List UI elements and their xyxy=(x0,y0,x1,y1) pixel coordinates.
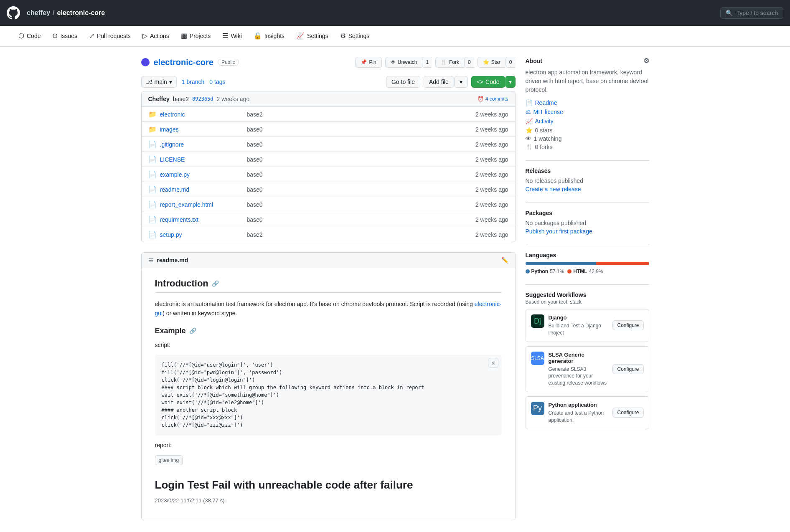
go-to-file-button[interactable]: Go to file xyxy=(386,76,420,88)
repo-owner-avatar xyxy=(141,58,150,66)
license-link[interactable]: ⚖ MIT license xyxy=(526,109,649,115)
commit-message: base2 xyxy=(173,96,189,102)
about-settings-gear-icon[interactable]: ⚙ xyxy=(643,57,649,65)
python-configure-button[interactable]: Configure xyxy=(612,408,643,418)
nav-settings[interactable]: ⚙ Settings xyxy=(335,26,375,46)
table-row: 📁 electronic base2 2 weeks ago xyxy=(142,107,515,122)
file-icon: 📄 xyxy=(148,231,157,238)
star-button[interactable]: ⭐ Star xyxy=(478,57,505,68)
commits-link[interactable]: ⏰ 4 commits xyxy=(478,96,508,102)
slsa-configure-button[interactable]: Configure xyxy=(612,364,643,374)
settings-nav-icon: ⚙ xyxy=(340,32,346,40)
star-count[interactable]: 0 xyxy=(505,57,516,68)
chevron-down-icon: ▾ xyxy=(169,79,172,85)
file-name-link[interactable]: readme.md xyxy=(160,186,244,193)
nav-actions[interactable]: ▷ Actions xyxy=(137,26,174,46)
repo-name[interactable]: electronic-core xyxy=(154,58,213,67)
pin-button[interactable]: 📌 Pin xyxy=(355,57,381,68)
github-logo-icon[interactable] xyxy=(7,6,20,20)
code-caret[interactable]: ▾ xyxy=(505,76,516,88)
file-commit-message: base0 xyxy=(247,126,472,133)
clock-icon: ⏰ xyxy=(478,96,484,102)
intro-anchor-icon[interactable]: 🔗 xyxy=(212,280,219,287)
file-icon: 📄 xyxy=(148,140,157,148)
search-placeholder: Type / to search xyxy=(736,10,778,16)
file-name-link[interactable]: images xyxy=(160,126,244,133)
nav-pull-requests[interactable]: ⤢ Pull requests xyxy=(84,26,136,46)
html-lang-bar xyxy=(596,262,649,265)
table-row: 📁 images base0 2 weeks ago xyxy=(142,122,515,137)
table-row: 📄 example.py base0 2 weeks ago xyxy=(142,167,515,182)
nav-insights[interactable]: 📈 Settings xyxy=(291,26,333,46)
django-configure-button[interactable]: Configure xyxy=(612,320,643,330)
file-name-link[interactable]: electronic xyxy=(160,111,244,118)
edit-readme-icon[interactable]: ✏️ xyxy=(501,257,508,263)
table-row: 📄 setup.py base2 2 weeks ago xyxy=(142,227,515,242)
fork-label: Fork xyxy=(449,59,459,65)
forks-count: 0 forks xyxy=(535,144,553,150)
tag-count-link[interactable]: 0 tags xyxy=(209,79,225,85)
fork-button[interactable]: 🍴 Fork xyxy=(435,57,464,68)
script-label: script: xyxy=(155,340,502,350)
watch-count[interactable]: 1 xyxy=(422,57,432,68)
nav-wiki[interactable]: ☰ Wiki xyxy=(217,26,246,46)
file-commit-message: base2 xyxy=(247,111,472,118)
django-workflow-info: Django Build and Test a Django Project xyxy=(549,314,609,337)
repo-link[interactable]: electronic-core xyxy=(57,9,105,17)
django-workflow-icon: Dj xyxy=(531,314,544,328)
activity-link[interactable]: 📈 Activity xyxy=(526,118,649,124)
code-button[interactable]: <> Code xyxy=(471,76,505,88)
nav-projects[interactable]: ▦ Projects xyxy=(176,26,216,46)
commit-hash-link[interactable]: 892365d xyxy=(192,96,213,102)
add-file-caret[interactable]: ▾ xyxy=(454,76,468,88)
nav-code[interactable]: ⬡ Code xyxy=(13,26,46,46)
django-workflow: Dj Django Build and Test a Django Projec… xyxy=(526,309,649,342)
add-file-button[interactable]: Add file xyxy=(424,76,454,88)
create-release-link[interactable]: Create a new release xyxy=(526,186,581,193)
visibility-badge: Public xyxy=(218,59,239,66)
example-anchor-icon[interactable]: 🔗 xyxy=(189,327,196,334)
license-label: MIT license xyxy=(533,109,563,115)
django-workflow-desc: Build and Test a Django Project xyxy=(549,322,609,337)
forks-stat: 🍴 0 forks xyxy=(526,144,649,150)
activity-label: Activity xyxy=(535,118,554,124)
file-name-link[interactable]: .gitignore xyxy=(160,141,244,148)
unwatch-button[interactable]: 👁 Unwatch xyxy=(385,57,422,68)
fork-count[interactable]: 0 xyxy=(464,57,474,68)
forks-icon: 🍴 xyxy=(526,144,533,150)
nav-issues-label: Issues xyxy=(60,33,77,39)
pr-nav-icon: ⤢ xyxy=(89,32,94,40)
table-row: 📄 readme.md base0 2 weeks ago xyxy=(142,182,515,197)
file-time: 2 weeks ago xyxy=(475,171,508,178)
fork-icon: 🍴 xyxy=(441,59,447,65)
file-time: 2 weeks ago xyxy=(475,141,508,148)
file-name-link[interactable]: setup.py xyxy=(160,231,244,238)
branch-count: 1 branch xyxy=(182,79,204,85)
file-name-link[interactable]: report_example.html xyxy=(160,201,244,208)
code-label: Code xyxy=(485,79,499,85)
star-button-group: ⭐ Star 0 xyxy=(478,57,516,68)
nav-issues[interactable]: ⊙ Issues xyxy=(47,26,82,46)
eye-icon: 👁 xyxy=(391,59,396,65)
python-workflow-icon: Py xyxy=(531,402,544,415)
file-name-link[interactable]: example.py xyxy=(160,171,244,178)
copy-code-button[interactable]: ⎘ xyxy=(488,358,498,368)
suggested-workflows-subtitle: Based on your tech stack xyxy=(526,299,649,305)
watching-icon: 👁 xyxy=(526,135,531,142)
branch-count-link[interactable]: 1 branch xyxy=(182,79,204,85)
nav-security[interactable]: 🔒 Insights xyxy=(249,26,290,46)
file-icon: 📄 xyxy=(148,215,157,223)
file-icon: 📄 xyxy=(148,170,157,178)
user-link[interactable]: cheffey xyxy=(27,9,50,17)
search-box[interactable]: 🔍 Type / to search xyxy=(720,7,783,19)
publish-package-link[interactable]: Publish your first package xyxy=(526,228,592,235)
branch-bar: ⎇ main ▾ 1 branch 0 tags Go to file Add … xyxy=(141,76,516,88)
file-commit-message: base0 xyxy=(247,201,472,208)
file-name-link[interactable]: LICENSE xyxy=(160,156,244,163)
no-releases-text: No releases published xyxy=(526,177,649,184)
readme-link[interactable]: 📄 Readme xyxy=(526,99,649,106)
branch-selector[interactable]: ⎇ main ▾ xyxy=(141,76,177,88)
file-name-link[interactable]: requirments.txt xyxy=(160,216,244,223)
fork-button-group: 🍴 Fork 0 xyxy=(435,57,474,68)
releases-title: Releases xyxy=(526,167,649,174)
